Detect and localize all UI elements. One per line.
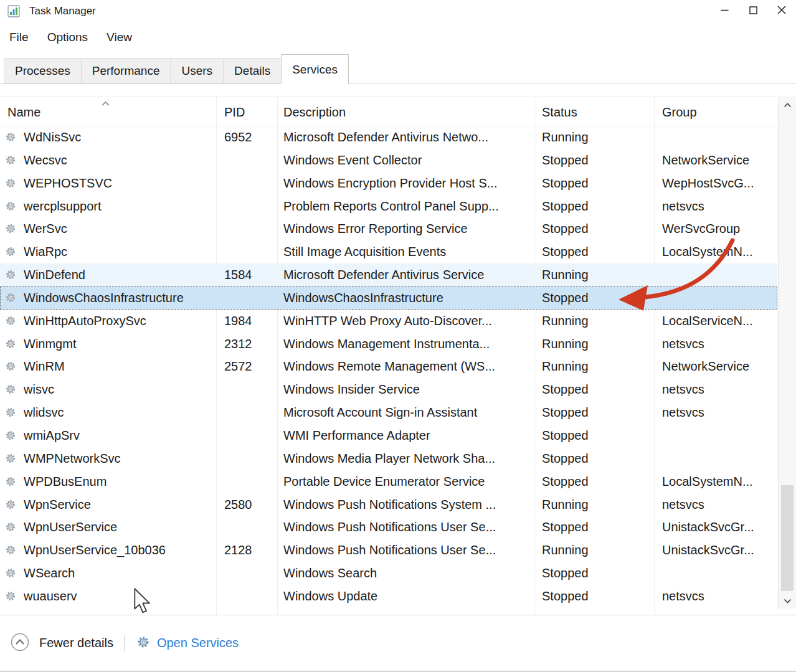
service-gear-icon (5, 453, 16, 464)
service-status: Running (542, 355, 651, 378)
service-pid (224, 562, 275, 585)
services-table: Name PID Description Status Group WdNisS… (0, 97, 777, 615)
service-row[interactable]: WpnUserService Windows Push Notification… (0, 516, 777, 539)
tab-performance[interactable]: Performance (81, 58, 171, 83)
service-name: WiaRpc (24, 240, 214, 263)
service-name: WindowsChaosInfrastructure (24, 286, 214, 310)
footer-divider (124, 635, 125, 651)
service-row[interactable]: wercplsupport Problem Reports Control Pa… (0, 195, 777, 218)
service-name: Wecsvc (24, 149, 214, 172)
service-group: WepHostSvcG... (662, 172, 774, 195)
service-row[interactable]: WEPHOSTSVC Windows Encryption Provider H… (0, 172, 777, 195)
service-gear-icon (5, 476, 16, 487)
service-description: Windows Update (283, 585, 533, 608)
service-pid (224, 195, 275, 218)
service-pid: 2312 (224, 333, 275, 356)
service-gear-icon (5, 154, 16, 166)
services-gear-icon (136, 635, 150, 651)
service-name: Winmgmt (24, 333, 214, 356)
service-group: netsvcs (662, 195, 774, 218)
menu-file[interactable]: File (0, 31, 38, 44)
service-status: Stopped (542, 217, 651, 240)
tab-processes[interactable]: Processes (4, 58, 82, 83)
fewer-details-label: Fewer details (39, 636, 113, 650)
service-name: WPDBusEnum (24, 470, 214, 493)
menu-view[interactable]: View (97, 31, 141, 44)
chevron-down-icon (784, 595, 792, 606)
service-status: Stopped (542, 470, 651, 493)
window-title: Task Manager (29, 5, 96, 17)
service-gear-icon (5, 590, 16, 602)
service-status: Running (542, 310, 651, 333)
service-row[interactable]: WPDBusEnum Portable Device Enumerator Se… (0, 470, 777, 493)
chevron-up-circle-icon (10, 632, 30, 655)
service-row[interactable]: WinDefend 1584 Microsoft Defender Antivi… (0, 263, 777, 286)
service-row[interactable]: Winmgmt 2312 Windows Management Instrume… (0, 333, 777, 356)
service-description: Windows Error Reporting Service (283, 217, 533, 240)
service-status: Stopped (542, 562, 651, 585)
minimize-button[interactable] (710, 0, 739, 22)
service-row[interactable]: WdNisSvc 6952 Microsoft Defender Antivir… (0, 126, 777, 149)
service-row[interactable]: wlidsvc Microsoft Account Sign-in Assist… (0, 401, 777, 424)
service-row[interactable]: wuauserv Windows Update Stopped netsvcs (0, 585, 777, 608)
column-header-status[interactable]: Status (542, 97, 577, 126)
service-rows: WdNisSvc 6952 Microsoft Defender Antivir… (0, 126, 777, 608)
close-button[interactable] (767, 0, 796, 22)
service-row[interactable]: wisvc Windows Insider Service Stopped ne… (0, 378, 777, 401)
service-pid (224, 401, 275, 424)
table-header: Name PID Description Status Group (0, 97, 777, 126)
fewer-details-button[interactable]: Fewer details (10, 632, 113, 655)
service-group: LocalSystemN... (662, 470, 774, 493)
service-row[interactable]: WindowsChaosInfrastructure WindowsChaosI… (0, 286, 777, 310)
tab-services[interactable]: Services (281, 54, 349, 84)
service-row[interactable]: WpnUserService_10b036 2128 Windows Push … (0, 539, 777, 562)
vertical-scrollbar[interactable] (778, 97, 796, 608)
service-name: wmiApSrv (24, 424, 214, 447)
service-pid (224, 447, 275, 470)
footer-bar: Fewer details Open Services (0, 615, 796, 671)
service-group: netsvcs (662, 378, 774, 401)
service-row[interactable]: wmiApSrv WMI Performance Adapter Stopped (0, 424, 777, 447)
service-name: WinRM (24, 355, 214, 378)
service-status: Stopped (542, 195, 651, 218)
service-group (662, 263, 774, 286)
column-header-group[interactable]: Group (662, 97, 697, 126)
maximize-button[interactable] (739, 0, 767, 22)
scroll-down-button[interactable] (779, 592, 796, 608)
column-header-name[interactable]: Name (7, 97, 40, 126)
scrollbar-thumb[interactable] (781, 485, 794, 591)
tab-details[interactable]: Details (223, 58, 282, 83)
service-row[interactable]: WMPNetworkSvc Windows Media Player Netwo… (0, 447, 777, 470)
service-group: netsvcs (662, 585, 774, 608)
service-group (662, 562, 774, 585)
column-header-pid[interactable]: PID (224, 97, 245, 126)
service-name: WdNisSvc (24, 126, 214, 149)
menu-options[interactable]: Options (38, 31, 97, 44)
tab-users[interactable]: Users (170, 58, 224, 83)
column-header-description[interactable]: Description (283, 97, 346, 126)
service-row[interactable]: WSearch Windows Search Stopped (0, 562, 777, 585)
service-description: Still Image Acquisition Events (283, 240, 533, 263)
service-status: Stopped (542, 286, 651, 310)
service-row[interactable]: WerSvc Windows Error Reporting Service S… (0, 217, 777, 240)
scroll-up-button[interactable] (779, 97, 796, 113)
service-group: netsvcs (662, 493, 774, 516)
service-gear-icon (5, 384, 16, 395)
service-row[interactable]: WinHttpAutoProxySvc 1984 WinHTTP Web Pro… (0, 310, 777, 333)
minimize-icon (721, 6, 729, 17)
service-row[interactable]: WpnService 2580 Windows Push Notificatio… (0, 493, 777, 516)
service-row[interactable]: WiaRpc Still Image Acquisition Events St… (0, 240, 777, 263)
service-description: Windows Push Notifications User Se... (283, 539, 533, 562)
service-description: Windows Management Instrumenta... (283, 333, 533, 356)
service-gear-icon (5, 315, 16, 326)
service-gear-icon (5, 567, 16, 579)
title-bar: Task Manager (0, 0, 796, 22)
service-row[interactable]: Wecsvc Windows Event Collector Stopped N… (0, 149, 777, 172)
service-pid (224, 217, 275, 240)
service-group: NetworkService (662, 355, 774, 378)
service-row[interactable]: WinRM 2572 Windows Remote Management (WS… (0, 355, 777, 378)
service-status: Running (542, 126, 651, 149)
service-name: WinHttpAutoProxySvc (24, 310, 214, 333)
service-group (662, 447, 774, 470)
open-services-link[interactable]: Open Services (136, 635, 239, 651)
